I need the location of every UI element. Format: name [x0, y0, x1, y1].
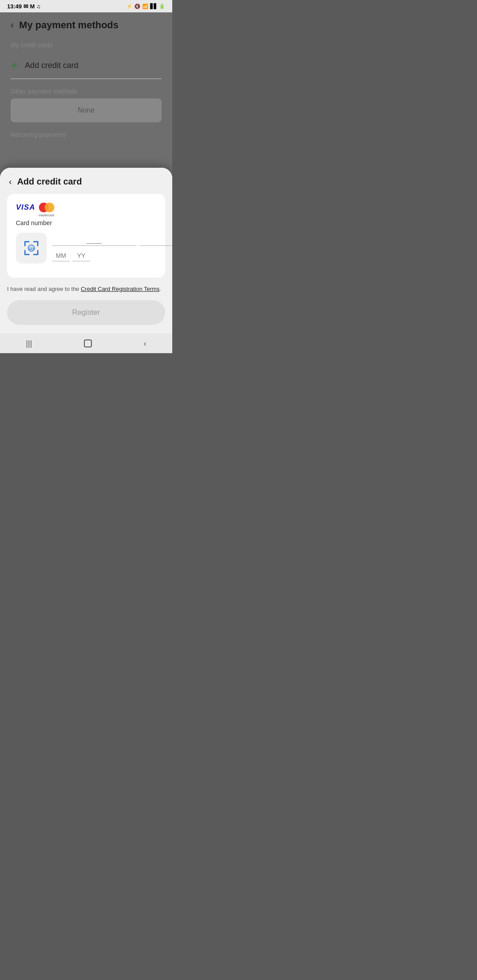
credit-cards-label: My credit cards	[11, 41, 162, 49]
status-right: ⚡ 🔇 📶 ▋▋ 🔋	[126, 4, 165, 9]
card-number-label: Card number	[16, 219, 156, 226]
card-inputs-row: 123	[16, 233, 156, 264]
volume-icon: 🔇	[134, 4, 140, 9]
wifi-icon: 📶	[142, 4, 148, 9]
scan-icon: 123	[22, 238, 41, 258]
card-number-fields: 123	[52, 234, 172, 261]
notification-icons: ✉ M ♫	[23, 3, 41, 10]
card-group-2[interactable]	[140, 234, 172, 246]
back-arrow-icon[interactable]: ‹	[11, 19, 14, 31]
sheet-header: ‹ Add credit card	[0, 168, 172, 194]
signal-icons: ▋▋	[150, 4, 157, 9]
month-input[interactable]	[52, 250, 70, 261]
svg-rect-3	[37, 241, 38, 246]
sheet-title: Add credit card	[17, 177, 82, 187]
back-button[interactable]: ‹	[144, 339, 146, 348]
svg-text:123: 123	[28, 247, 34, 251]
menu-button[interactable]: |||	[26, 339, 32, 348]
plus-icon: +	[11, 59, 18, 72]
status-bar: 13:49 ✉ M ♫ ⚡ 🔇 📶 ▋▋ 🔋	[0, 0, 172, 12]
card-logos: VISA mastercard	[16, 203, 156, 212]
home-button[interactable]	[84, 339, 92, 347]
terms-suffix: .	[159, 286, 161, 292]
svg-rect-5	[24, 254, 30, 255]
terms-text: I have read and agree to the Credit Card…	[0, 285, 172, 294]
background-page: ‹ My payment methods My credit cards + A…	[0, 12, 172, 182]
bottom-nav: ||| ‹	[0, 334, 172, 353]
none-box: None	[11, 98, 162, 122]
add-card-text: Add credit card	[25, 61, 78, 70]
status-left: 13:49 ✉ M ♫	[7, 3, 41, 10]
svg-rect-7	[37, 250, 38, 255]
other-payment-label: Other payment methods	[11, 88, 162, 95]
battery-icon: 🔋	[159, 4, 165, 9]
terms-link[interactable]: Credit Card Registration Terms	[81, 286, 159, 292]
terms-prefix: I have read and agree to the	[7, 286, 81, 292]
visa-logo: VISA	[16, 203, 35, 212]
expiry-group	[52, 250, 90, 261]
svg-rect-1	[24, 241, 26, 246]
bottom-sheet: ‹ Add credit card VISA mastercard Card n…	[0, 168, 172, 334]
time: 13:49	[7, 3, 22, 10]
none-text: None	[78, 106, 95, 114]
register-button[interactable]: Register	[7, 300, 165, 325]
mastercard-label: mastercard	[39, 214, 54, 217]
page-header: ‹ My payment methods	[11, 19, 162, 31]
add-credit-card-row[interactable]: + Add credit card	[11, 52, 162, 79]
card-number-groups	[52, 234, 172, 246]
bluetooth-icon: ⚡	[126, 4, 132, 9]
expiry-cvc-row: 123	[52, 250, 172, 261]
card-group-1[interactable]	[52, 234, 136, 246]
sheet-back-arrow[interactable]: ‹	[9, 177, 12, 187]
year-input[interactable]	[72, 250, 90, 261]
scan-card-button[interactable]: 123	[16, 233, 47, 264]
mastercard-logo: mastercard	[39, 203, 55, 212]
card-form-container: VISA mastercard Card number	[7, 194, 165, 278]
page-title: My payment methods	[19, 19, 118, 31]
mc-right-circle	[45, 203, 54, 212]
recurring-label: Recurring payments	[11, 131, 162, 138]
